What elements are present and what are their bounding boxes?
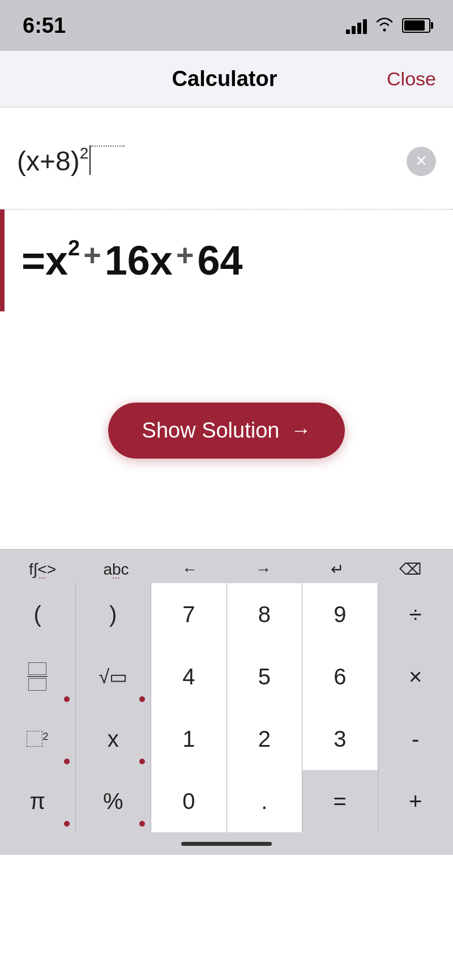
status-time: 6:51 [23,14,66,38]
red-dot-pi [64,821,70,827]
constant-term: 64 [197,237,242,284]
cursor [89,145,91,175]
key-fraction[interactable] [0,645,75,708]
show-solution-label: Show Solution [142,418,280,443]
square-icon: 2 [27,731,48,747]
key-0[interactable]: 0 [151,770,226,832]
key-decimal[interactable]: . [227,770,302,832]
nav-bar: Calculator Close [0,51,453,108]
key-add[interactable]: + [378,770,454,832]
keyboard-top-row: f∫<> ··· abc ··· ← → ↵ ⌫ [0,550,453,583]
status-icons [346,16,430,36]
red-dot-x [139,759,145,764]
key-2[interactable]: 2 [227,708,302,770]
kb-left-arrow-icon: ← [182,560,198,579]
plus-sign-1: + [83,237,101,272]
fraction-icon [27,662,48,691]
kb-left-arrow-btn[interactable]: ← [164,560,215,579]
kb-return-btn[interactable]: ↵ [311,560,362,579]
input-area: (x+8)2 ✕ [0,108,453,209]
keyboard-grid-row2: √▭ 4 5 6 × [0,645,453,708]
x-exponent: 2 [68,237,80,259]
arrow-right-icon: → [290,418,311,442]
key-x-var[interactable]: x [76,708,151,770]
result-expression: = x2 + 16x + 64 [22,237,243,284]
kb-backspace-icon: ⌫ [399,560,422,579]
page-title: Calculator [172,67,277,91]
solution-area: Show Solution → [0,311,453,549]
key-equals[interactable]: = [302,770,378,832]
status-bar: 6:51 [0,0,453,51]
key-close-paren[interactable]: ) [76,583,151,645]
key-8[interactable]: 8 [227,583,302,645]
key-subtract[interactable]: - [378,708,454,770]
key-7[interactable]: 7 [151,583,226,645]
red-dot-sqrt [139,696,145,702]
red-dot-percent [139,821,145,827]
math-expression-input[interactable]: (x+8)2 [17,145,125,177]
exponent-text: 2 [80,145,89,161]
cursor-underline [91,145,125,147]
key-percent[interactable]: % [76,770,151,832]
signal-icon [346,17,367,34]
key-3[interactable]: 3 [302,708,378,770]
key-9[interactable]: 9 [302,583,378,645]
clear-icon: ✕ [415,152,428,170]
plus-sign-2: + [176,237,194,272]
keyboard-grid-row4: π % 0 . = + [0,770,453,832]
kb-func-dots: ··· [39,573,46,583]
kb-func-btn[interactable]: f∫<> ··· [17,560,68,579]
close-button[interactable]: Close [387,68,436,90]
kb-abc-dots: ··· [112,573,119,583]
keyboard: f∫<> ··· abc ··· ← → ↵ ⌫ ( ) 7 8 9 ÷ [0,549,453,832]
keyboard-grid-row3: 2 x 1 2 3 - [0,708,453,770]
home-indicator [0,832,453,855]
kb-return-icon: ↵ [331,560,344,579]
key-1[interactable]: 1 [151,708,226,770]
key-divide[interactable]: ÷ [378,583,454,645]
key-open-paren[interactable]: ( [0,583,75,645]
percent-label: % [103,789,123,814]
x-var-label: x [108,726,119,752]
sqrt-icon: √▭ [99,665,127,688]
kb-abc-btn[interactable]: abc ··· [91,560,142,579]
clear-button[interactable]: ✕ [407,147,436,176]
key-square[interactable]: 2 [0,708,75,770]
show-solution-button[interactable]: Show Solution → [108,403,345,459]
key-5[interactable]: 5 [227,645,302,708]
red-dot-frac [64,696,70,702]
key-6[interactable]: 6 [302,645,378,708]
key-4[interactable]: 4 [151,645,226,708]
pi-label: π [29,789,45,814]
middle-term: 16x [105,237,173,284]
battery-icon [402,18,430,33]
kb-right-arrow-btn[interactable]: → [238,560,289,579]
red-dot-sq2 [64,759,70,764]
equals-sign: = [22,237,45,284]
x-term: x [45,237,68,284]
key-multiply[interactable]: × [378,645,454,708]
keyboard-grid-row1: ( ) 7 8 9 ÷ [0,583,453,645]
kb-backspace-btn[interactable]: ⌫ [385,560,436,579]
expression-text: (x+8) [17,145,80,177]
kb-right-arrow-icon: → [255,560,271,579]
key-sqrt[interactable]: √▭ [76,645,151,708]
key-pi[interactable]: π [0,770,75,832]
home-bar [181,842,272,846]
result-area: = x2 + 16x + 64 [0,209,453,311]
wifi-icon [375,16,394,36]
